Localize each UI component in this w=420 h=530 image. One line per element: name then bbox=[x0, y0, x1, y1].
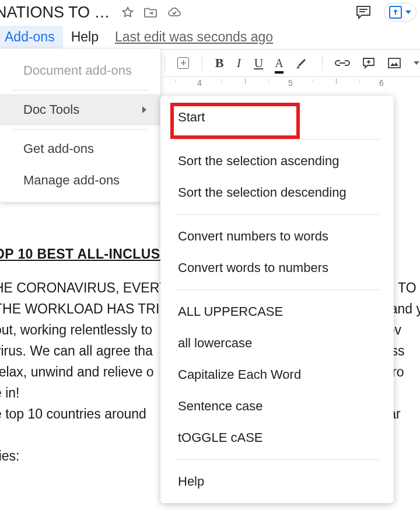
submenu-sort-desc[interactable]: Sort the selection descending bbox=[160, 177, 394, 208]
submenu-help[interactable]: Help bbox=[160, 466, 394, 497]
submenu-capitalize-each[interactable]: Capitalize Each Word bbox=[160, 359, 394, 390]
svg-rect-0 bbox=[388, 58, 400, 68]
menu-doc-tools[interactable]: Doc Tools bbox=[0, 94, 160, 125]
insert-link-button[interactable] bbox=[335, 55, 350, 71]
ruler: 4 5 6 bbox=[163, 76, 420, 94]
add-comment-button[interactable] bbox=[362, 55, 376, 71]
add-button[interactable]: + bbox=[177, 55, 189, 71]
submenu-num-to-words[interactable]: Convert numbers to words bbox=[160, 221, 394, 252]
addons-dropdown: Document add-ons Doc Tools Get add-ons M… bbox=[0, 49, 160, 202]
doc-tools-submenu: Start Sort the selection ascending Sort … bbox=[160, 96, 394, 503]
chevron-down-icon bbox=[405, 11, 411, 14]
insert-image-button[interactable] bbox=[387, 55, 401, 71]
bold-button[interactable]: B bbox=[215, 55, 224, 71]
submenu-uppercase[interactable]: ALL UPPERCASE bbox=[160, 296, 394, 327]
menu-get-addons[interactable]: Get add-ons bbox=[0, 133, 160, 165]
menu-help[interactable]: Help bbox=[63, 26, 107, 48]
upload-icon bbox=[389, 6, 402, 19]
submenu-words-to-num[interactable]: Convert words to numbers bbox=[160, 252, 394, 284]
cloud-status-icon[interactable] bbox=[166, 5, 183, 19]
chevron-right-icon bbox=[142, 106, 146, 113]
last-edit-link[interactable]: Last edit was seconds ago bbox=[115, 29, 273, 45]
submenu-sentence-case[interactable]: Sentence case bbox=[160, 390, 394, 422]
menu-document-addons[interactable]: Document add-ons bbox=[0, 55, 160, 86]
menu-addons[interactable]: Add-ons bbox=[0, 26, 63, 48]
submenu-lowercase[interactable]: all lowercase bbox=[160, 327, 394, 359]
move-icon[interactable] bbox=[143, 5, 158, 19]
chevron-down-icon[interactable] bbox=[413, 55, 420, 71]
text-color-button[interactable]: A bbox=[275, 55, 283, 71]
highlight-button[interactable] bbox=[295, 55, 309, 71]
submenu-sort-asc[interactable]: Sort the selection ascending bbox=[160, 145, 394, 177]
underline-button[interactable]: U bbox=[254, 55, 263, 71]
submenu-toggle-case[interactable]: tOGGLE cASE bbox=[160, 422, 394, 454]
menubar: Add-ons Help Last edit was seconds ago bbox=[0, 25, 420, 49]
menu-manage-addons[interactable]: Manage add-ons bbox=[0, 165, 160, 196]
star-icon[interactable] bbox=[121, 5, 135, 19]
share-button[interactable] bbox=[384, 3, 416, 22]
submenu-start[interactable]: Start bbox=[160, 102, 394, 133]
document-title[interactable]: NATIONS TO … bbox=[0, 4, 110, 22]
italic-button[interactable]: I bbox=[236, 55, 243, 71]
comment-history-icon[interactable] bbox=[355, 4, 372, 20]
